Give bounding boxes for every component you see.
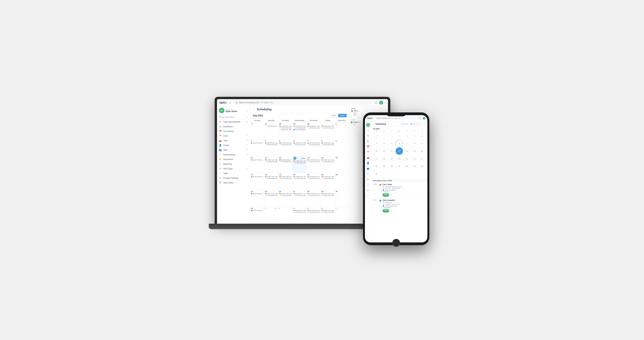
mini-cal-day[interactable]: 30	[418, 162, 426, 170]
cell-w6-fri[interactable]: 5 ⬤10 AM Carl L Hay... ⚠12 PM Chris Camp…	[321, 207, 335, 224]
search-input[interactable]	[239, 102, 370, 104]
mini-cal-day[interactable]: 17	[373, 155, 380, 162]
cell-w4-mon[interactable]: 18 ⬤10 AM Carl L Haley... ⚠12 PM Chris C…	[264, 173, 278, 190]
week-view-button[interactable]: Week	[330, 114, 338, 117]
phone-view-button-2[interactable]: VIEW	[382, 209, 389, 212]
phone-nav-tasks-icon[interactable]: ✓	[366, 194, 370, 198]
cell-w2-mon[interactable]: 4 ⬤10 AM Carl L Haley... ⚠12 PM Chris Ca…	[264, 139, 278, 156]
cell-w3-tue[interactable]: 12 ⬤9:44 AM Dylan Vest... ⚠12 PM Chris C…	[278, 156, 292, 173]
cell-w1-fri[interactable]: 1 JUL ⬤10 AM Carl L Haley... ⚠12 PM Chri…	[321, 122, 335, 139]
phone-new-visit-button[interactable]: + New Visit	[400, 123, 408, 125]
mini-cal-day[interactable]: 10	[373, 147, 380, 155]
mini-cal-day[interactable]: 12	[388, 147, 396, 155]
mini-cal-day[interactable]: 3	[373, 140, 380, 147]
cell-w6-tue[interactable]: 2	[278, 207, 292, 224]
auth-add-icon[interactable]: +	[247, 153, 248, 156]
sidebar-item-reporting[interactable]: 📄 Reporting	[217, 162, 250, 166]
phone-prev-icon[interactable]: ‹	[420, 122, 422, 125]
cell-w1-thu[interactable]: 30 ⬤10 AM Carl L Hay... ⚠12 PM Chris Cam…	[306, 122, 321, 139]
mini-cal-day[interactable]: 31	[373, 170, 380, 178]
mini-cal-day[interactable]: 15	[411, 147, 418, 155]
cell-w2-tue[interactable]: 5 ⬤12 PM Chris Campt ⚠12 PM Chris Campt	[278, 139, 292, 156]
sidebar-item-staff[interactable]: 👥 Staff +	[217, 148, 250, 152]
sidebar-item-help-center[interactable]: ❓ Help Center	[217, 180, 250, 185]
sidebar-item-tasks[interactable]: ✓ Tasks	[217, 171, 250, 176]
cell-w6-sun[interactable]: 31 ⬤12:30 PM Carl L Hak	[250, 207, 264, 224]
search-bar[interactable]: 🔍	[233, 101, 372, 104]
mini-cal-day[interactable]: 21	[403, 155, 410, 162]
mini-cal-day[interactable]: 4	[380, 140, 388, 147]
phone-action-circle-2[interactable]: ⊙	[390, 209, 394, 212]
mini-cal-day[interactable]: 6	[418, 170, 426, 178]
mini-cal-today[interactable]: 13	[396, 147, 403, 155]
phone-avatar[interactable]: DV	[366, 123, 370, 127]
sidebar-item-dashboard[interactable]: ⊞ Dashboard	[217, 124, 250, 129]
phone-back-arrow[interactable]: ←	[373, 123, 375, 125]
sidebar-item-clients[interactable]: 👤 Clients +	[217, 143, 250, 148]
cell-w1-sat[interactable]: 2	[335, 122, 349, 139]
mini-cal-day[interactable]: 2	[418, 132, 426, 140]
sidebar-item-visit-types[interactable]: 🏷 Visit Types +	[217, 166, 250, 171]
cell-w2-fri[interactable]: 8 ⬤10 AM Carl L Hay... ⚠12 PM Chris Camp…	[321, 139, 335, 156]
mini-cal-day[interactable]: 4	[403, 170, 410, 178]
cell-w3-wed[interactable]: 13 TODAY ⬤10 AM Carl L Hay... ⚠11 AM Chr…	[292, 156, 306, 173]
cell-w4-sun[interactable]: 17 ⬤12:30 PM Carl L Hak	[250, 173, 264, 190]
menu-icon[interactable]: ≡	[229, 101, 231, 104]
phone-nav-dashboard-icon[interactable]: ⊞	[366, 139, 370, 143]
visit-types-add-icon[interactable]: +	[247, 167, 248, 170]
mini-cal-day[interactable]: 28	[388, 132, 396, 140]
phone-nav-visit-types-icon[interactable]: 🏷	[366, 188, 370, 192]
cell-w3-sun[interactable]: 10 ⬤12:30 PM Carl L Hak	[250, 156, 264, 173]
phone-next-icon[interactable]: ›	[423, 122, 426, 125]
phone-nav-scheduling-icon[interactable]: 📅	[366, 144, 370, 149]
cell-w5-thu[interactable]: 28 ⬤12 PM Chris Campt ⚠12 PM Chris Campt	[306, 190, 321, 207]
mini-cal-day[interactable]: 30	[403, 132, 410, 140]
phone-nav-clients-icon[interactable]: 👤	[366, 161, 370, 165]
cell-w4-thu[interactable]: 21 ⬤12 PM Chris Campt ⚠12 PM Chris Campt	[306, 173, 321, 190]
phone-filter-icon[interactable]: ⊟	[413, 122, 416, 125]
sidebar-item-trips[interactable]: 🚗 Trips +	[217, 138, 250, 143]
mini-cal-day[interactable]: 19	[388, 155, 396, 162]
cell-w3-thu[interactable]: 14 ⬤12 PM Chris Campt ⚠12 PM Chris Campt	[306, 156, 321, 173]
cell-w6-wed[interactable]: 3 ⬤10 AM Carl L Hay... ⚠12 PM Chris Camp…	[292, 207, 306, 224]
mini-cal-day[interactable]: 28	[403, 162, 410, 170]
cell-w4-tue[interactable]: 19 ⬤12 PM Chris Campt ⚠12 PM Chris Campt	[278, 173, 292, 190]
cell-w1-sun[interactable]: 26	[250, 122, 264, 139]
phone-action-circle-1[interactable]: ⊙	[390, 193, 394, 197]
mini-cal-day[interactable]: 8	[411, 140, 418, 147]
mini-cal-day[interactable]: 23	[418, 155, 426, 162]
mini-cal-day[interactable]: 27	[380, 132, 388, 140]
group-dropdown-icon[interactable]: ▾	[247, 116, 248, 118]
staff-add-icon[interactable]: +	[247, 148, 248, 151]
phone-nav-menu-icon[interactable]: ≡	[366, 128, 370, 132]
visits-add-icon[interactable]: +	[247, 134, 248, 137]
sidebar-item-super-admin[interactable]: ★ Super Administrator ▾▾	[217, 120, 250, 124]
clock-icon[interactable]: 🕐	[374, 101, 378, 104]
cell-w2-sat[interactable]: 9	[335, 139, 349, 156]
month-view-button[interactable]: Month	[338, 114, 346, 117]
cell-w2-thu[interactable]: 7 ⬤12 PM Chris Campt ⚠12 PM Chris Campt	[306, 139, 321, 156]
mini-cal-day[interactable]: 20	[396, 155, 403, 162]
mini-cal-day[interactable]: 2	[388, 170, 396, 178]
cell-w1-mon[interactable]: 27 ✓12:30 PM Carl L Hak	[264, 122, 278, 139]
cell-w5-wed[interactable]: 27 ⬤10 AM Carl L Hay... ⚠12 PM Chris Cam…	[292, 190, 306, 207]
sidebar-item-provider-settings[interactable]: ⚙ Provider Settings	[217, 176, 250, 180]
phone-home-button[interactable]	[392, 239, 400, 247]
cell-w2-wed[interactable]: 6 ⬤10 AM Carl L Hay... ⚠12 PM Chris Camp…	[292, 139, 306, 156]
mini-cal-day[interactable]: 26	[373, 132, 380, 140]
mini-cal-day[interactable]: 18	[380, 155, 388, 162]
cell-w5-sat[interactable]: 30	[335, 190, 349, 207]
user-status-icon[interactable]: ●	[379, 101, 383, 104]
cell-w3-fri[interactable]: 15 ⬤10 AM Carl L Hay... ⚠12 PM Chris Cam…	[321, 156, 335, 173]
mini-cal-day[interactable]: 16	[418, 147, 426, 155]
mini-cal-day[interactable]: 5	[388, 140, 396, 147]
cell-w1-wed[interactable]: 29 ⬤10 AM Carl L Hay... ⚠12 PM Chris Cam…	[292, 122, 306, 139]
cell-w5-tue[interactable]: 26 ⬤12 PM Chris Campt ⚠12 PM Chris Campt	[278, 190, 292, 207]
cell-w3-sat[interactable]: 16	[335, 156, 349, 173]
mini-cal-day[interactable]: 7	[403, 140, 410, 147]
phone-nav-trips-icon[interactable]: 🚗	[366, 155, 370, 160]
phone-nav-reporting-icon[interactable]: 📄	[366, 183, 370, 187]
phone-cal-grid-icon[interactable]: ▦	[410, 122, 412, 125]
cell-w6-mon[interactable]: 1 AUG	[264, 207, 278, 224]
phone-nav-admin-icon[interactable]: ★	[366, 134, 370, 138]
